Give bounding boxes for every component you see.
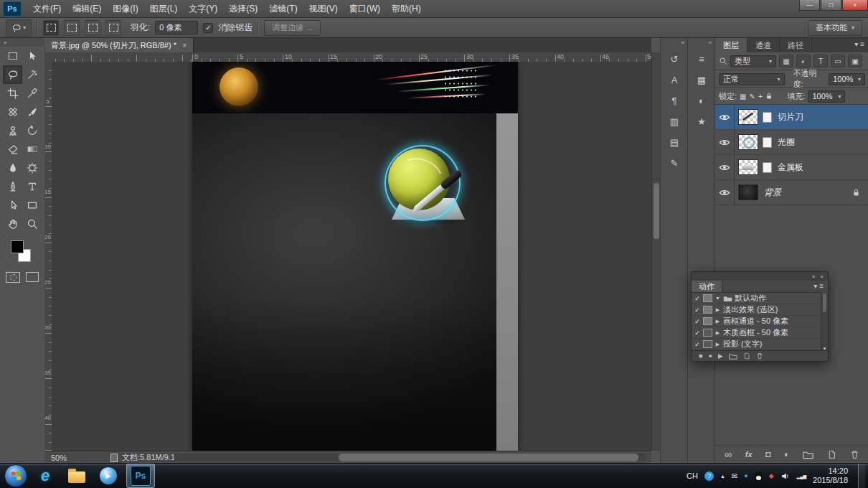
layer-comps-panel-icon[interactable]: ▥ — [665, 113, 684, 130]
tool-zoom[interactable] — [22, 215, 42, 233]
swatches-panel-icon[interactable]: ▦ — [692, 71, 711, 88]
tool-blur[interactable] — [3, 159, 22, 177]
layer-mask-icon[interactable]: ◘ — [765, 449, 770, 459]
expand-arrow-icon[interactable]: ▶ — [714, 319, 721, 324]
refine-edge-button[interactable]: 调整边缘 ... — [264, 20, 320, 36]
lock-paint-icon[interactable]: ✎ — [750, 93, 755, 100]
dialog-toggle-icon[interactable] — [703, 294, 712, 302]
add-selection-button[interactable] — [64, 20, 80, 36]
menu-edit[interactable]: 编辑(E) — [67, 0, 107, 18]
document-tab[interactable]: 背景.jpg @ 50% (切片刀, RGB/8#) * × — [44, 38, 194, 52]
tool-type[interactable] — [22, 177, 42, 196]
new-action-icon[interactable] — [743, 352, 750, 360]
link-layers-icon[interactable]: ∞ — [725, 449, 732, 460]
actions-scrollbar[interactable]: ▼ — [821, 292, 828, 351]
adjustment-filter-icon[interactable]: ◐ — [796, 55, 811, 67]
menu-filter[interactable]: 滤镜(T) — [263, 0, 303, 18]
new-selection-button[interactable] — [43, 20, 59, 36]
dock-collapse[interactable]: « — [661, 38, 688, 47]
layer-mask-thumbnail[interactable] — [763, 137, 772, 148]
antialias-checkbox[interactable]: ✓ — [203, 23, 213, 33]
input-language-indicator[interactable]: CH — [687, 471, 698, 480]
dock-collapse[interactable]: « — [688, 38, 715, 47]
actions-menu-button[interactable]: ▾ ≡ — [813, 282, 824, 290]
network-icon[interactable]: ▂▄▆ — [797, 474, 806, 479]
dialog-toggle-icon[interactable] — [703, 306, 712, 314]
layer-style-icon[interactable]: fx — [745, 450, 753, 459]
expand-arrow-icon[interactable]: ▶ — [714, 342, 721, 347]
layer-row[interactable]: 背景 — [715, 180, 868, 205]
hidden-icons-button[interactable]: ▲ — [720, 474, 725, 479]
actions-scrollbar-thumb[interactable] — [823, 294, 826, 312]
action-row[interactable]: ✓ ▶ 画框通道 - 50 像素 — [692, 316, 828, 327]
opacity-dropdown[interactable]: 100% ▾ — [829, 73, 865, 85]
color-panel-icon[interactable]: ≡ — [692, 50, 711, 67]
action-check-icon[interactable]: ✓ — [694, 306, 701, 314]
close-button[interactable]: × — [842, 0, 868, 11]
pixel-filter-icon[interactable]: ▦ — [779, 55, 793, 67]
mail-tray-icon[interactable]: ✉ — [732, 472, 737, 480]
security-tray-icon[interactable]: ◆ — [769, 472, 774, 479]
expand-arrow-icon[interactable]: ▼ — [714, 296, 721, 301]
new-group-icon[interactable] — [803, 450, 813, 459]
qq-tray-icon[interactable] — [755, 471, 763, 481]
menu-image[interactable]: 图像(I) — [107, 0, 143, 18]
menu-type[interactable]: 文字(Y) — [183, 0, 223, 18]
tab-close-icon[interactable]: × — [182, 41, 187, 50]
smart-object-filter-icon[interactable]: ▣ — [848, 55, 862, 67]
layer-thumbnail[interactable] — [738, 109, 758, 125]
action-check-icon[interactable]: ✓ — [694, 329, 701, 337]
new-layer-icon[interactable] — [827, 450, 836, 459]
layer-row[interactable]: 金属板 — [715, 155, 868, 180]
foreground-color-swatch[interactable] — [11, 240, 24, 253]
tool-eraser[interactable] — [3, 140, 22, 159]
layer-thumbnail[interactable] — [738, 159, 758, 175]
lock-transparent-icon[interactable]: ▦ — [740, 93, 746, 100]
notes-panel-icon[interactable]: ✎ — [665, 154, 684, 172]
tool-pen[interactable] — [3, 177, 22, 196]
menu-window[interactable]: 窗口(W) — [344, 0, 386, 18]
filter-type-dropdown[interactable]: 类型 ▾ — [730, 55, 776, 67]
tool-crop[interactable] — [3, 84, 22, 103]
menu-help[interactable]: 帮助(H) — [386, 0, 427, 18]
canvas-viewport[interactable] — [52, 62, 651, 451]
document-canvas[interactable] — [192, 62, 518, 451]
layer-name[interactable]: 金属板 — [778, 161, 803, 174]
tool-spot-healing[interactable] — [3, 103, 22, 121]
layer-thumbnail[interactable] — [738, 134, 758, 150]
maximize-button[interactable]: □ — [821, 0, 841, 11]
layer-mask-thumbnail[interactable] — [763, 162, 772, 173]
action-check-icon[interactable]: ✓ — [694, 318, 701, 325]
tool-magic-wand[interactable] — [22, 65, 42, 84]
lock-move-icon[interactable]: + — [758, 92, 763, 100]
layer-visibility-toggle[interactable] — [715, 105, 735, 129]
tab-channels[interactable]: 通道 — [747, 38, 780, 52]
tool-clone-stamp[interactable] — [3, 121, 22, 140]
taskbar-explorer-button[interactable] — [63, 464, 90, 487]
layer-visibility-toggle[interactable] — [715, 130, 735, 154]
character-panel-icon[interactable]: A — [665, 71, 684, 88]
vertical-scrollbar-thumb[interactable] — [654, 183, 659, 239]
shape-filter-icon[interactable]: ▭ — [831, 55, 845, 67]
menu-layer[interactable]: 图层(L) — [144, 0, 184, 18]
record-action-icon[interactable]: ● — [708, 352, 712, 360]
action-check-icon[interactable]: ✓ — [694, 295, 701, 302]
layer-row[interactable]: 光圈 — [715, 130, 868, 155]
layer-row[interactable]: 切片刀 — [715, 105, 868, 130]
taskbar-photoshop-button[interactable]: Ps — [126, 464, 155, 488]
volume-icon[interactable] — [780, 471, 791, 481]
subtract-selection-button[interactable] — [85, 20, 100, 36]
adjustment-layer-icon[interactable]: ◐ — [784, 449, 789, 459]
dialog-toggle-icon[interactable] — [703, 340, 712, 348]
expand-arrow-icon[interactable]: ▶ — [714, 330, 721, 336]
action-row[interactable]: ✓ ▶ 投影 (文字) — [692, 339, 828, 350]
layer-visibility-toggle[interactable] — [715, 180, 735, 205]
taskbar-ie-button[interactable]: e — [32, 464, 59, 487]
tool-preset-picker[interactable]: ▾ — [6, 19, 32, 37]
tab-actions[interactable]: 动作 — [692, 281, 722, 292]
lock-all-icon[interactable] — [765, 92, 773, 100]
dialog-toggle-icon[interactable] — [703, 317, 712, 325]
layer-name[interactable]: 背景 — [764, 187, 781, 199]
tool-dodge[interactable] — [22, 159, 42, 177]
tool-hand[interactable] — [3, 215, 22, 233]
